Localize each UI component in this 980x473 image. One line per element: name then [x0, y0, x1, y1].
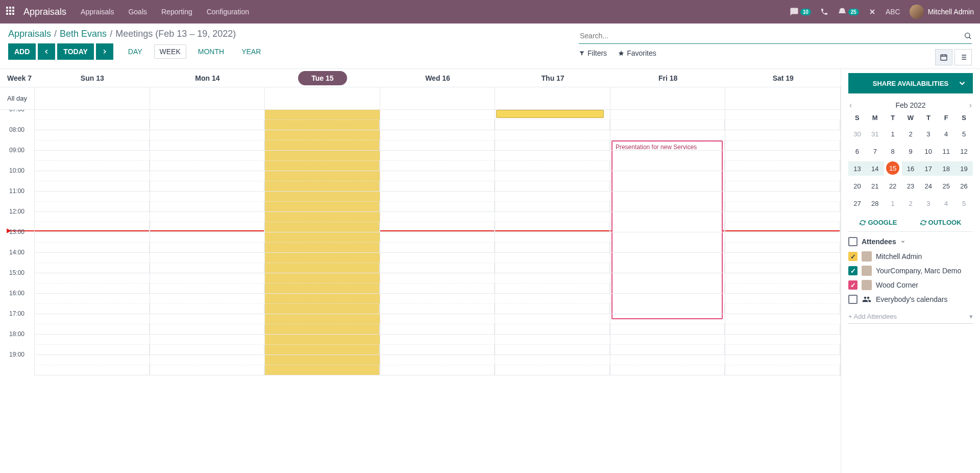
favorites-dropdown[interactable]: Favorites [618, 49, 656, 57]
company-selector[interactable]: ABC [886, 8, 900, 16]
calendar-view-button[interactable] [935, 49, 952, 60]
breadcrumb-root[interactable]: Appraisals [8, 29, 51, 39]
scale-month[interactable]: MONTH [192, 44, 230, 59]
prev-button[interactable] [38, 43, 55, 60]
topbar-menu: Appraisals Goals Reporting Configuration [81, 8, 249, 16]
activities-badge: 25 [848, 9, 859, 15]
next-button[interactable] [96, 43, 113, 60]
list-view-button[interactable] [954, 49, 972, 60]
topbar: Appraisals Appraisals Goals Reporting Co… [0, 0, 980, 23]
menu-appraisals[interactable]: Appraisals [81, 8, 114, 16]
breadcrumb-mid[interactable]: Beth Evans [60, 29, 107, 39]
search-input[interactable] [579, 30, 964, 42]
apps-icon[interactable] [6, 7, 16, 17]
svg-point-0 [965, 33, 970, 37]
module-title: Appraisals [23, 7, 66, 17]
search-icon[interactable] [964, 32, 972, 40]
user-menu[interactable]: Mitchell Admin [910, 5, 974, 19]
scale-week[interactable]: WEEK [154, 44, 186, 59]
today-button[interactable]: TODAY [57, 43, 93, 60]
breadcrumb-current: Meetings (Feb 13 – 19, 2022) [115, 29, 236, 39]
messaging-icon[interactable]: 10 [790, 7, 811, 16]
scale-switcher: DAY WEEK MONTH YEAR [122, 44, 266, 59]
close-icon[interactable] [868, 8, 876, 16]
scale-year[interactable]: YEAR [236, 44, 266, 59]
search-box[interactable] [579, 28, 972, 44]
add-button[interactable]: ADD [8, 43, 36, 60]
menu-goals[interactable]: Goals [128, 8, 147, 16]
menu-reporting[interactable]: Reporting [161, 8, 192, 16]
view-switcher [935, 49, 972, 60]
avatar [910, 5, 924, 19]
svg-rect-1 [941, 55, 947, 60]
activities-icon[interactable]: 25 [838, 7, 859, 16]
menu-configuration[interactable]: Configuration [207, 8, 249, 16]
user-name: Mitchell Admin [928, 8, 974, 16]
filters-dropdown[interactable]: Filters [579, 49, 607, 57]
messaging-badge: 10 [800, 9, 811, 15]
scale-day[interactable]: DAY [122, 44, 148, 59]
search-area: Filters Favorites [579, 28, 972, 57]
phone-icon[interactable] [820, 8, 828, 16]
